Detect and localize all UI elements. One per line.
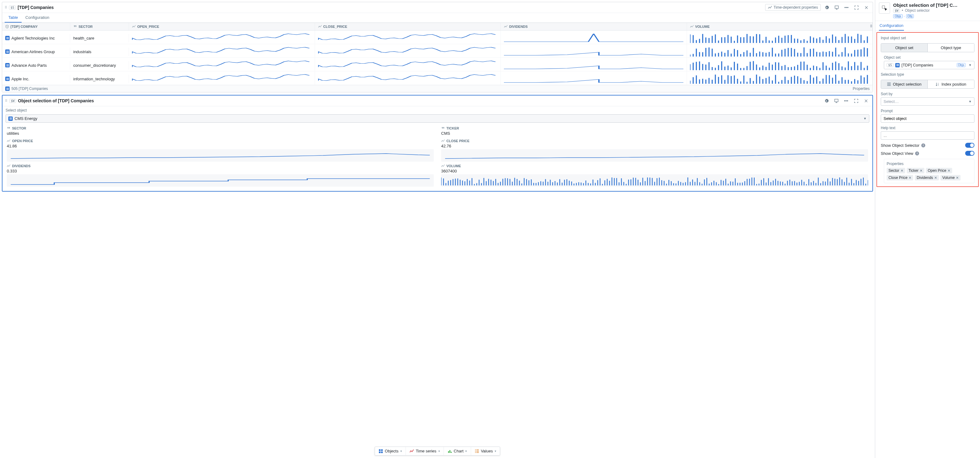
help-text-input[interactable] [881, 131, 974, 140]
presentation-icon[interactable] [832, 97, 840, 105]
property-chip[interactable]: Volume✕ [940, 175, 961, 180]
close-icon[interactable] [862, 3, 870, 11]
prompt-input[interactable] [881, 114, 974, 123]
time-dependent-btn[interactable]: Time-dependent properties [765, 4, 821, 11]
svg-rect-448 [450, 450, 450, 453]
chart-line-icon [441, 164, 445, 168]
svg-rect-6 [8, 37, 9, 38]
sparkline-dividends [504, 32, 684, 44]
fullscreen-icon[interactable] [852, 3, 861, 11]
sparkline-open [132, 46, 312, 57]
remove-chip-icon[interactable]: ✕ [920, 169, 923, 173]
companies-panel: ⠿ $S [TDP] Companies Time-dependent prop… [2, 2, 873, 92]
object-set-tab[interactable]: Object set [881, 44, 928, 52]
property-chip[interactable]: Dividends✕ [915, 175, 939, 180]
more-icon[interactable]: ••• [842, 3, 851, 11]
table-row[interactable]: Agilent Technologies Inc health_care [2, 30, 873, 44]
quote-icon [73, 25, 77, 29]
more-icon[interactable]: ••• [842, 97, 850, 105]
show-selector-toggle[interactable] [965, 143, 974, 148]
properties-link[interactable]: Properties [853, 86, 870, 91]
svg-rect-449 [451, 452, 452, 453]
svg-rect-445 [379, 451, 380, 453]
sparkline-volume [690, 46, 870, 57]
crumb-obj[interactable]: Obj [906, 14, 914, 18]
var-badge: $S [887, 63, 893, 67]
object-set-label: Object set [884, 55, 974, 60]
chip-label: Sector [888, 169, 899, 173]
scrollbar-thumb[interactable] [870, 24, 872, 27]
remove-chip-icon[interactable]: ✕ [948, 169, 950, 173]
table-row[interactable]: Apple Inc. information_technology [2, 72, 873, 85]
close-icon[interactable] [862, 97, 870, 105]
tab-configuration[interactable]: Configuration [22, 13, 53, 22]
drag-handle-icon[interactable]: ⠿ [5, 6, 7, 10]
svg-rect-130 [8, 65, 9, 67]
company-name: Advance Auto Parts [11, 63, 47, 68]
svg-rect-456 [882, 6, 885, 8]
toolbar-timeseries[interactable]: Time series▾ [406, 447, 444, 455]
object-type-tab[interactable]: Object type [928, 44, 974, 52]
svg-rect-454 [475, 452, 476, 453]
property-chip[interactable]: Open Price✕ [926, 168, 952, 173]
table-header-row: [TDP] COMPANY SECTOR OPEN_PRICE CLOSE_PR… [2, 23, 873, 30]
sparkline-dividends [504, 46, 684, 57]
crumb-objs[interactable]: Objs [893, 14, 903, 18]
svg-rect-451 [476, 449, 479, 450]
remove-chip-icon[interactable]: ✕ [900, 169, 903, 173]
detail-volume: VOLUME 3607400 [441, 164, 868, 187]
remove-chip-icon[interactable]: ✕ [934, 176, 937, 180]
remove-chip-icon[interactable]: ✕ [956, 176, 959, 180]
detail-ticker: TICKER CMS [441, 126, 868, 137]
chart-line-icon [7, 164, 11, 168]
chart-line-icon [441, 139, 445, 143]
chevron-down-icon: ▼ [864, 117, 867, 120]
table-row[interactable]: Advance Auto Parts consumer_discretionar… [2, 58, 873, 72]
chart-line-icon [690, 25, 694, 29]
info-icon[interactable]: i [915, 151, 919, 156]
property-chip[interactable]: Close Price✕ [887, 175, 913, 180]
show-view-toggle[interactable] [965, 151, 974, 156]
tab-table[interactable]: Table [5, 13, 22, 22]
sidebar-tab-configuration[interactable]: Configuration [879, 21, 904, 30]
entity-icon [5, 76, 10, 81]
info-icon[interactable]: i [921, 143, 925, 148]
sidebar-header: Object selection of [TDP] C… $W • Object… [875, 0, 980, 21]
table-row[interactable]: American Airlines Group industrials [2, 44, 873, 58]
toolbar-values[interactable]: Values▾ [471, 447, 500, 455]
svg-rect-190 [6, 79, 8, 80]
object-selection-btn[interactable]: Object selection [881, 80, 928, 88]
entity-icon [5, 36, 10, 40]
presentation-icon[interactable] [832, 3, 841, 11]
svg-rect-455 [476, 452, 479, 453]
sparkline-volume [690, 32, 870, 44]
sort-by-select[interactable]: Select… ▼ [881, 97, 974, 106]
gear-icon[interactable] [822, 3, 831, 11]
svg-rect-457 [897, 64, 897, 65]
toolbar-chart[interactable]: Chart▾ [444, 447, 471, 455]
sparkline-volume [690, 73, 870, 84]
cube-icon [5, 25, 9, 29]
svg-rect-68 [6, 52, 8, 53]
property-chip[interactable]: Ticker✕ [907, 168, 924, 173]
gear-icon[interactable] [822, 97, 830, 105]
quote-icon [7, 126, 11, 130]
svg-rect-446 [381, 451, 383, 453]
object-dropdown[interactable]: CMS Energy ▼ [6, 114, 869, 123]
sparkline-close [318, 32, 498, 44]
chart-line-icon [7, 139, 11, 143]
remove-chip-icon[interactable]: ✕ [908, 176, 912, 180]
drag-handle-icon[interactable]: ⠿ [5, 99, 8, 103]
svg-rect-452 [475, 451, 476, 452]
chevron-down-icon: ▼ [969, 64, 972, 67]
help-text-label: Help text [881, 126, 974, 130]
var-badge: $W [893, 9, 900, 13]
toolbar-objects[interactable]: Objects▾ [375, 447, 406, 455]
panel-title: [TDP] Companies [18, 5, 54, 10]
property-chip[interactable]: Sector✕ [887, 168, 905, 173]
companies-header: ⠿ $S [TDP] Companies Time-dependent prop… [2, 2, 873, 13]
object-set-select[interactable]: $S [TDP] Companies Objs ▼ [884, 61, 974, 69]
svg-rect-252 [8, 89, 9, 90]
index-position-btn[interactable]: 19Index position [928, 80, 974, 88]
fullscreen-icon[interactable] [852, 97, 860, 105]
